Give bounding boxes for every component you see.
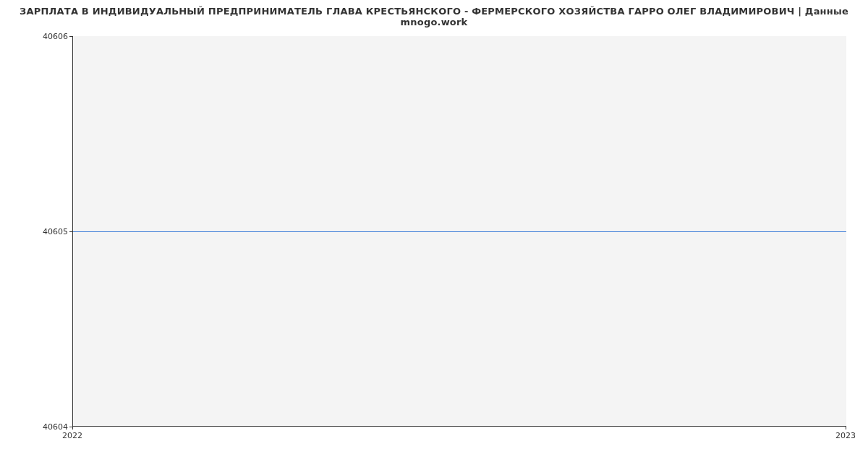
x-tick-mark bbox=[72, 427, 73, 430]
y-tick-label: 40605 bbox=[43, 227, 68, 236]
x-tick-mark bbox=[846, 427, 846, 430]
plot-area bbox=[72, 36, 846, 427]
y-tick-label: 40604 bbox=[43, 422, 68, 432]
y-tick-label: 40606 bbox=[43, 32, 68, 41]
chart-container: ЗАРПЛАТА В ИНДИВИДУАЛЬНЫЙ ПРЕДПРИНИМАТЕЛ… bbox=[0, 0, 868, 470]
x-tick-label: 2023 bbox=[835, 431, 856, 440]
chart-title: ЗАРПЛАТА В ИНДИВИДУАЛЬНЫЙ ПРЕДПРИНИМАТЕЛ… bbox=[0, 6, 868, 27]
x-tick-label: 2022 bbox=[62, 431, 82, 440]
series-line-salary bbox=[73, 231, 846, 232]
